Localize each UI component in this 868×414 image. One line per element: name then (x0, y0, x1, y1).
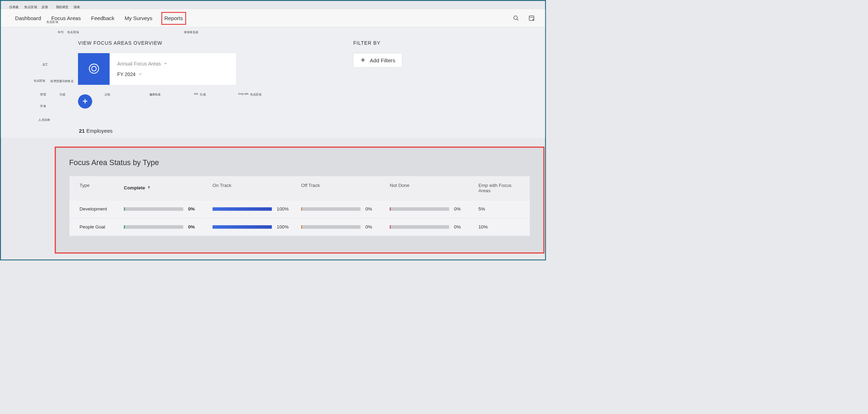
row-type: Development (80, 206, 124, 212)
sort-ascending-icon (147, 185, 151, 190)
emp-value: 5% (478, 206, 520, 212)
anno-offtrack: 偏离轨道 (149, 93, 161, 96)
svg-point-5 (89, 64, 98, 73)
panel-settings-icon[interactable] (528, 15, 535, 21)
filter-by-title: FILTER BY (353, 40, 380, 46)
ontrack-bar (212, 225, 272, 229)
ontrack-value: 100% (277, 224, 287, 230)
table-row: Development 0% 100% 0% 0% 5% (69, 200, 530, 218)
anno-type: 类型 (40, 93, 46, 96)
complete-value: 0% (188, 206, 199, 212)
complete-value: 0% (188, 224, 199, 230)
anno-yearly: 年刊 (58, 30, 63, 34)
nav-focus-areas[interactable]: Focus Areas (50, 9, 82, 27)
nav-reports[interactable]: Reports (161, 12, 186, 25)
dropdown-category[interactable]: Annual Focus Areas (117, 61, 236, 67)
offtrack-bar (301, 207, 361, 211)
svg-line-1 (517, 19, 518, 20)
dd-secondary-label: FY 2024 (117, 71, 136, 77)
target-icon (88, 62, 100, 75)
anno-statustype: 按类型显示的状态 (50, 79, 73, 83)
svg-point-0 (514, 16, 517, 19)
header-emp[interactable]: Emp with Focus Areas (478, 183, 520, 193)
upper-panel: 年刊 焦点区域 添加筛选器 员工 焦点区域 按类型显示的状态 类型 完成 正轨 … (1, 27, 545, 138)
anno-addfilters: 添加筛选器 (184, 30, 198, 34)
status-by-type-card: Focus Area Status by Type Type Complete … (55, 146, 544, 253)
row-type: People Goal (80, 224, 124, 230)
employee-count-number: 21 (79, 128, 85, 134)
notdone-value: 0% (454, 224, 465, 230)
anno-dashboard: 仪表板 (9, 5, 18, 9)
anno-peoplegoal: 人员目标 (38, 118, 50, 122)
anno-development: 开发 (40, 104, 46, 108)
focus-area-tile[interactable] (78, 53, 110, 85)
section-title: VIEW FOCUS AREAS OVERVIEW (78, 40, 162, 46)
notdone-value: 0% (454, 206, 465, 212)
nav-dashboard[interactable]: Dashboard (14, 9, 42, 27)
card-title: Focus Area Status by Type (69, 158, 543, 167)
complete-bar (124, 225, 184, 229)
table-row: People Goal 0% 100% 0% 0% 10% (69, 218, 530, 236)
anno-done: 完成 (200, 93, 205, 96)
chevron-down-icon (138, 71, 142, 77)
anno-focus: 焦点区域 (24, 5, 37, 9)
plus-icon (360, 57, 366, 63)
offtrack-bar (301, 225, 361, 229)
plus-icon (82, 98, 88, 105)
header-complete-label: Complete (124, 185, 145, 190)
svg-point-6 (92, 66, 96, 71)
ontrack-value: 100% (277, 206, 287, 212)
anno-employees: 员工 (42, 62, 48, 66)
anno-complete: 完成 (60, 93, 65, 96)
offtrack-value: 0% (365, 206, 376, 212)
anno-empwith: Emp with (238, 93, 248, 95)
dropdown-period[interactable]: FY 2024 (117, 71, 236, 77)
notdone-bar (390, 225, 449, 229)
svg-point-4 (533, 19, 534, 20)
employee-count-label: Employees (85, 128, 113, 134)
add-filters-label: Add Filters (370, 57, 395, 64)
header-notdone[interactable]: Not Done (390, 183, 478, 193)
header-ontrack[interactable]: On Track (212, 183, 301, 193)
anno-focuszone2: 焦点区域 (250, 93, 262, 96)
nav-my-surveys[interactable]: My Surveys (123, 9, 154, 27)
main-navbar: Dashboard Focus Areas Feedback My Survey… (1, 9, 545, 27)
complete-bar (124, 207, 184, 211)
anno-not: Not (194, 93, 198, 95)
dropdown-panel: Annual Focus Areas FY 2024 (110, 53, 236, 85)
anno-feedback: 反馈 (42, 5, 48, 9)
notdone-bar (390, 207, 449, 211)
nav-feedback[interactable]: Feedback (90, 9, 116, 27)
employee-count: 21 Employees (79, 128, 113, 134)
anno-focus-sub: 焦点区域 (46, 20, 58, 24)
anno-ontrack: 正轨 (105, 93, 110, 96)
offtrack-value: 0% (365, 224, 376, 230)
header-type[interactable]: Type (80, 183, 124, 193)
table-header: Type Complete On Track Off Track Not Don… (69, 176, 530, 200)
add-filters-button[interactable]: Add Filters (353, 53, 402, 68)
dd-primary-label: Annual Focus Areas (117, 61, 161, 67)
status-table: Type Complete On Track Off Track Not Don… (69, 176, 530, 236)
add-button[interactable] (78, 94, 92, 108)
anno-focusarea: 焦点区域 (34, 79, 45, 83)
search-icon[interactable] (513, 15, 520, 21)
header-complete[interactable]: Complete (124, 183, 213, 193)
ontrack-bar (212, 207, 272, 211)
header-offtrack[interactable]: Off Track (301, 183, 390, 193)
anno-focuszone: 焦点区域 (67, 30, 79, 34)
anno-reports: 报表 (74, 5, 80, 9)
chevron-down-icon (163, 61, 167, 67)
anno-surveys: 我的调查 (56, 5, 68, 9)
emp-value: 10% (478, 224, 520, 230)
